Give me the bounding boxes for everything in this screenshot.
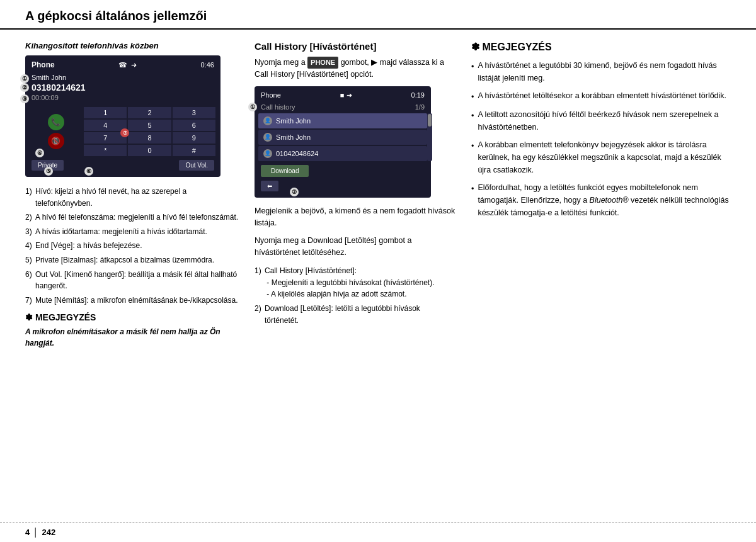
key-5[interactable]: 5 [128,120,171,131]
list-item-2: 2) A hívó fél telefonszáma: megjeleníti … [25,212,239,223]
key-3[interactable]: 3 [173,107,215,118]
para2: Megjelenik a bejövő, a kimenő és a nem f… [255,205,456,230]
bullet-text-1: A hívástörténet a legutóbbi 30 kimenő, b… [478,59,731,84]
section-title: Call History [Hívástörténet] [255,41,456,52]
list-item-7: 7) Mute [Némítás]: a mikrofon elnémításá… [25,295,239,307]
ps2-top-bar: Phone ■ ➜ 0:19 [258,90,427,102]
annotation-1: ① [20,74,29,83]
list-item-6: 6) Out Vol. [Kimenő hangerő]: beállítja … [25,269,239,292]
ps2-name-2: Smith John [276,133,311,141]
para1-pre: Nyomja meg a [255,58,307,67]
key-2[interactable]: 2 [128,107,171,118]
item-text: Private [Bizalmas]: átkapcsol a bizalmas… [35,254,214,266]
page-num-4: 4 [25,528,30,537]
item-text: A hívó fél telefonszáma: megjeleníti a h… [35,212,238,223]
annotation-3: ③ [20,94,29,103]
annotation-6: ⑥ [84,167,93,176]
key-6[interactable]: 6 [173,120,215,131]
call-button[interactable]: 📞 [48,114,64,130]
item-text: Hívó: kijelzi a hívó fél nevét, ha az sz… [35,186,239,209]
mid-list-item-1: 1) Call History [Hívástörténet]: - Megje… [255,265,456,300]
contact-icon-3: 👤 [263,149,272,158]
para3: Nyomja meg a Download [Letöltés] gombot … [255,235,456,259]
list-item-5: 5) Private [Bizalmas]: átkapcsol a bizal… [25,254,239,266]
left-column: Kihangosított telefonhívás közben Phone … [25,41,239,349]
list-item-1: 1) Hívó: kijelzi a hívó fél nevét, ha az… [25,186,239,209]
page-header: A gépkocsi általános jellemzői [0,0,756,30]
phone-icons: ☎ ➜ [118,61,137,69]
ps2-list-item-2[interactable]: 👤 Smith John [258,130,427,145]
bullet-text-2: A hívástörténet letöltésekor a korábban … [478,89,726,102]
main-content: Kihangosított telefonhívás közben Phone … [0,41,756,349]
ps2-back-button[interactable]: ⬅ [261,181,278,191]
item-text: Mute [Némítás]: a mikrofon elnémításának… [35,295,238,307]
annotation-4: ④ [35,149,44,157]
page-separator: │ [33,528,41,537]
item-num: 7) [25,295,34,307]
ps2-number-3: 01042048624 [276,150,318,157]
key-4[interactable]: 4 [84,120,127,131]
key-8[interactable]: 8 [128,132,171,144]
mid-sub-1: - Megjeleníti a legutóbbi hívásokat (hív… [265,278,434,287]
page-footer: 4 │ 242 [0,522,756,542]
list-item-3: 3) A hívás időtartama: megjeleníti a hív… [25,226,239,238]
bullet-text-4: A korábban elmentett telefonkönyv bejegy… [478,138,731,176]
key-star[interactable]: * [84,145,127,156]
bullet-text-3: A letiltott azonosítójú hívó féltől beér… [478,108,731,133]
bullet-item-5: • Előfordulhat, hogy a letöltés funkciót… [471,181,731,219]
key-7[interactable]: 7 [103,134,107,142]
ps2-time: 0:19 [411,91,425,99]
mid-column: Call History [Hívástörténet] Nyomja meg … [255,41,456,349]
ps2-phone-label: Phone [261,91,281,99]
bluetooth-italic: Bluetooth [590,196,623,205]
page-num-242: 242 [42,528,56,537]
list-item-4: 4) End [Vége]: a hívás befejezése. [25,240,239,252]
item-num: 6) [25,269,34,292]
page-title: A gépkocsi általános jellemzői [25,9,207,23]
mid-item-num-1: 1) [255,265,263,300]
key-0[interactable]: 0 [128,145,171,156]
note-text-left: A mikrofon elnémításakor a másik fél nem… [25,326,239,349]
ps2-name-1: Smith John [276,117,311,125]
mid-item-label: Call History [Hívástörténet]: [265,266,357,275]
key-1[interactable]: 1 [84,107,127,118]
ps2-list-item-3[interactable]: 👤 01042048624 [258,146,427,161]
bullet-item-1: • A hívástörténet a legutóbbi 30 kimenő,… [471,59,731,84]
annotation-2: ② [20,83,29,92]
bullet-dot-5: • [471,183,474,195]
mid-item-text-2: Download [Letöltés]: letölti a legutóbbi… [265,303,456,326]
bullet-item-2: • A hívástörténet letöltésekor a korábba… [471,89,731,103]
ps2-download-area: Download [258,162,427,178]
contact-icon-1: 👤 [263,116,272,125]
phone-number-row: 03180214621 [32,82,86,93]
mid-num-list: 1) Call History [Hívástörténet]: - Megje… [255,265,456,326]
annotation-5: ⑤ [44,167,53,176]
key-9[interactable]: 9 [173,132,215,144]
ps2-annotation-2: ② [290,188,299,196]
bullet-text-5: Előfordulhat, hogy a letöltés funkciót e… [478,181,731,219]
bullet-item-4: • A korábban elmentett telefonkönyv beje… [471,138,731,176]
right-bullet-list: • A hívástörténet a legutóbbi 30 kimenő,… [471,59,731,219]
phone-name-row: Smith John [32,74,66,81]
ps2-scrollbar-handle [428,114,432,127]
end-call-button[interactable]: 📵 [48,133,64,149]
download-button[interactable]: Download [261,165,309,177]
key-hash[interactable]: # [173,145,215,156]
phone-screen-1: Phone ☎ ➜ 0:46 ① Smith John ② 0318021462… [25,55,220,177]
ps2-list-item-1-highlighted[interactable]: 👤 Smith John [258,113,427,128]
ps2-nav-bar: ② ⬅ [258,178,427,194]
item-num: 5) [25,254,34,266]
note-section-left: ✽ MEGJEGYZÉS A mikrofon elnémításakor a … [25,312,239,349]
ps2-call-history-title: Call history [261,103,295,111]
phone-label: Phone [32,60,55,69]
footer-page-number: 4 │ 242 [25,528,55,537]
bullet-dot-4: • [471,140,474,152]
key-7-wrapper: 7 ⑦ [84,132,127,144]
ps2-icons: ■ ➜ [340,91,352,99]
mid-item-text-1: Call History [Hívástörténet]: - Megjelen… [265,265,434,300]
mid-item-num-2: 2) [255,303,263,326]
item-num: 2) [25,212,34,223]
bullet-dot-2: • [471,91,474,103]
out-vol-button[interactable]: Out Vol. [179,160,214,171]
phone-duration-row: 00:00:09 [32,94,59,101]
